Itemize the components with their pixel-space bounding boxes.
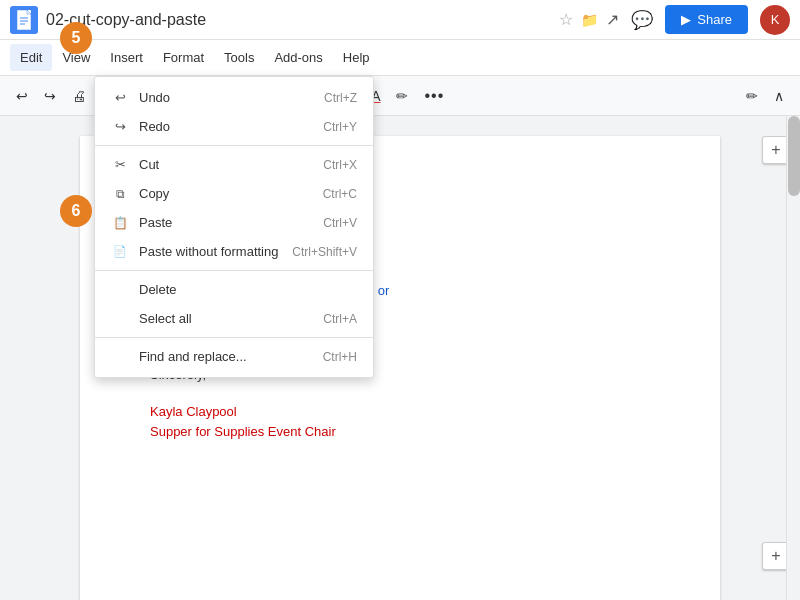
cut-shortcut: Ctrl+X xyxy=(323,158,357,172)
select-all-shortcut: Ctrl+A xyxy=(323,312,357,326)
menu-item-format[interactable]: Format xyxy=(153,44,214,71)
menu-bar: Edit View Insert Format Tools Add-ons He… xyxy=(0,40,800,76)
badge-6: 6 xyxy=(60,195,92,227)
redo-label: Redo xyxy=(139,119,313,134)
more-options-button[interactable]: ••• xyxy=(418,83,450,109)
redo-icon: ↪ xyxy=(111,119,129,134)
trending-icon[interactable]: ↗ xyxy=(606,10,619,29)
menu-cut[interactable]: ✂ Cut Ctrl+X xyxy=(95,150,373,179)
menu-delete[interactable]: Delete xyxy=(95,275,373,304)
doc-title: 02-cut-copy-and-paste xyxy=(46,11,551,29)
signer-title: Supper for Supplies Event Chair xyxy=(150,424,336,439)
select-all-label: Select all xyxy=(139,311,313,326)
redo-shortcut: Ctrl+Y xyxy=(323,120,357,134)
find-replace-label: Find and replace... xyxy=(139,349,313,364)
paste-plain-icon: 📄 xyxy=(111,245,129,258)
redo-button[interactable]: ↪ xyxy=(38,84,62,108)
delete-label: Delete xyxy=(139,282,347,297)
folder-icon[interactable]: 📁 xyxy=(581,12,598,28)
scrollbar-thumb[interactable] xyxy=(788,116,800,196)
menu-select-all[interactable]: Select all Ctrl+A xyxy=(95,304,373,333)
star-icon[interactable]: ☆ xyxy=(559,10,573,29)
undo-icon: ↩ xyxy=(111,90,129,105)
separator-cut xyxy=(95,145,373,146)
avatar[interactable]: K xyxy=(760,5,790,35)
menu-item-insert[interactable]: Insert xyxy=(100,44,153,71)
share-label: Share xyxy=(697,12,732,27)
menu-item-edit[interactable]: Edit xyxy=(10,44,52,71)
menu-paste[interactable]: 📋 Paste Ctrl+V xyxy=(95,208,373,237)
doc-icon xyxy=(10,6,38,34)
menu-paste-no-format[interactable]: 📄 Paste without formatting Ctrl+Shift+V xyxy=(95,237,373,266)
highlight-button[interactable]: ✏ xyxy=(390,84,414,108)
chat-icon[interactable]: 💬 xyxy=(631,9,653,31)
copy-shortcut: Ctrl+C xyxy=(323,187,357,201)
menu-find-replace[interactable]: Find and replace... Ctrl+H xyxy=(95,342,373,371)
undo-button[interactable]: ↩ xyxy=(10,84,34,108)
menu-copy[interactable]: ⧉ Copy Ctrl+C xyxy=(95,179,373,208)
top-right-area: ↗ 💬 ▶ Share K xyxy=(606,5,790,35)
edit-mode-button[interactable]: ✏ xyxy=(740,84,764,108)
copy-label: Copy xyxy=(139,186,313,201)
title-bar: 02-cut-copy-and-paste ☆ 📁 ↗ 💬 ▶ Share K xyxy=(0,0,800,40)
menu-redo[interactable]: ↪ Redo Ctrl+Y xyxy=(95,112,373,141)
badge-5: 5 xyxy=(60,22,92,54)
menu-item-help[interactable]: Help xyxy=(333,44,380,71)
paste-icon: 📋 xyxy=(111,216,129,230)
print-button[interactable]: 🖨 xyxy=(66,84,92,108)
find-replace-shortcut: Ctrl+H xyxy=(323,350,357,364)
undo-shortcut: Ctrl+Z xyxy=(324,91,357,105)
signer-name: Kayla Claypool xyxy=(150,404,237,419)
paste-no-format-label: Paste without formatting xyxy=(139,244,282,259)
menu-undo[interactable]: ↩ Undo Ctrl+Z xyxy=(95,83,373,112)
collapse-button[interactable]: ∧ xyxy=(768,84,790,108)
copy-icon: ⧉ xyxy=(111,187,129,201)
menu-item-addons[interactable]: Add-ons xyxy=(264,44,332,71)
separator-delete xyxy=(95,270,373,271)
doc-signer-name: Kayla Claypool Supper for Supplies Event… xyxy=(150,402,650,444)
paste-shortcut: Ctrl+V xyxy=(323,216,357,230)
scrollbar[interactable] xyxy=(786,116,800,600)
undo-label: Undo xyxy=(139,90,314,105)
share-button[interactable]: ▶ Share xyxy=(665,5,748,34)
paste-label: Paste xyxy=(139,215,313,230)
cut-icon: ✂ xyxy=(111,157,129,172)
share-icon: ▶ xyxy=(681,12,691,27)
cut-label: Cut xyxy=(139,157,313,172)
menu-item-tools[interactable]: Tools xyxy=(214,44,264,71)
paste-no-format-shortcut: Ctrl+Shift+V xyxy=(292,245,357,259)
edit-dropdown-menu: ↩ Undo Ctrl+Z ↪ Redo Ctrl+Y ✂ Cut Ctrl+X… xyxy=(94,76,374,378)
separator-find xyxy=(95,337,373,338)
